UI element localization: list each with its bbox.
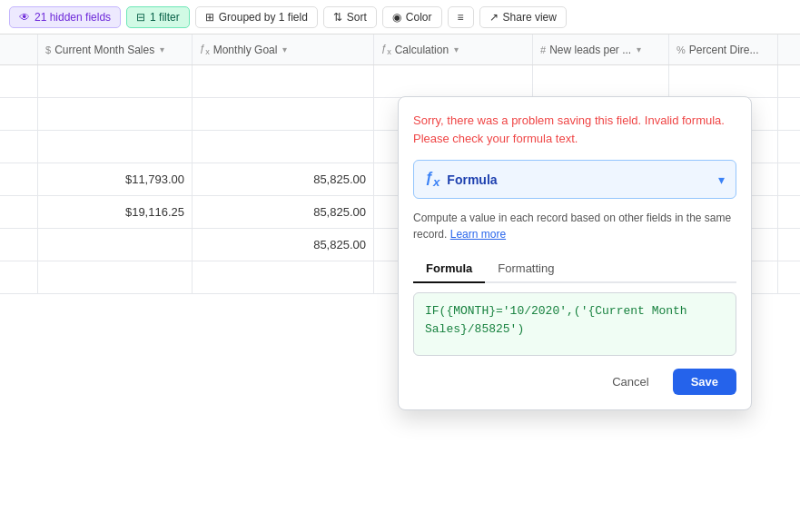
filter-button[interactable]: ⊟ 1 filter (126, 6, 190, 28)
sort-icon: ⇅ (333, 11, 342, 24)
learn-more-link[interactable]: Learn more (450, 228, 506, 241)
hidden-fields-button[interactable]: 👁 21 hidden fields (9, 6, 121, 28)
row-height-button[interactable]: ≡ (448, 6, 474, 28)
dollar-icon: $ (45, 44, 51, 55)
col-header-label: Current Month Sales (54, 44, 154, 56)
sort-button[interactable]: ⇅ Sort (323, 6, 377, 28)
error-message: Sorry, there was a problem saving this f… (413, 112, 736, 147)
share-view-button[interactable]: ↗ Share view (479, 6, 567, 28)
percent-icon: % (677, 44, 686, 55)
formula-icon: ƒx (381, 43, 391, 56)
filter-icon: ⊟ (136, 11, 145, 24)
grouped-button[interactable]: ⊞ Grouped by 1 field (195, 6, 318, 28)
sort-asc-icon: ▾ (454, 44, 459, 54)
formula-code-editor[interactable]: IF({MONTH}='10/2020',('{Current Month Sa… (413, 292, 736, 356)
col-header-current-month-sales[interactable]: $ Current Month Sales ▾ (38, 34, 193, 64)
hidden-fields-label: 21 hidden fields (35, 11, 111, 24)
column-headers: $ Current Month Sales ▾ ƒx Monthly Goal … (0, 34, 800, 65)
error-text: Sorry, there was a problem saving this f… (413, 113, 725, 145)
col-header-label: Percent Dire... (689, 44, 759, 56)
formula-type-selector[interactable]: ƒx Formula ▾ (413, 160, 736, 199)
formula-type-left: ƒx Formula (425, 170, 498, 189)
color-icon: ◉ (392, 11, 401, 24)
share-icon: ↗ (489, 11, 499, 24)
col-header-calculation[interactable]: ƒx Calculation ▾ (374, 34, 533, 64)
popup-actions: Cancel Save (413, 369, 736, 395)
rows-icon: ≡ (458, 11, 464, 24)
popup-overlay: Sorry, there was a problem saving this f… (0, 65, 800, 294)
cancel-button[interactable]: Cancel (598, 369, 663, 395)
number-icon: # (540, 44, 546, 55)
grouped-label: Grouped by 1 field (219, 11, 308, 24)
sort-asc-icon: ▾ (282, 44, 287, 54)
formula-icon: ƒx (200, 43, 210, 56)
filter-label: 1 filter (150, 11, 180, 24)
col-header-new-leads[interactable]: # New leads per ... ▾ (533, 34, 669, 64)
formula-type-label: Formula (447, 172, 497, 187)
col-header-rownum (0, 34, 38, 64)
eye-off-icon: 👁 (19, 11, 30, 24)
col-header-label: Monthly Goal (213, 44, 278, 56)
color-label: Color (406, 11, 432, 24)
formula-editor-popup: Sorry, there was a problem saving this f… (398, 96, 752, 410)
tab-formula[interactable]: Formula (413, 255, 485, 283)
formula-tabs: Formula Formatting (413, 255, 736, 283)
share-label: Share view (503, 11, 557, 24)
chevron-down-icon: ▾ (718, 172, 725, 187)
group-icon: ⊞ (205, 11, 214, 24)
col-header-monthly-goal[interactable]: ƒx Monthly Goal ▾ (193, 34, 374, 64)
save-button[interactable]: Save (673, 369, 736, 395)
col-header-percent[interactable]: % Percent Dire... (669, 34, 778, 64)
col-header-label: Calculation (395, 44, 449, 56)
sort-asc-icon: ▾ (637, 44, 641, 54)
grid-body: #ERROR! 13 $11,793.00 85,825.00 #ERROR! … (0, 65, 800, 294)
formula-description: Compute a value in each record based on … (413, 210, 736, 242)
toolbar: 👁 21 hidden fields ⊟ 1 filter ⊞ Grouped … (0, 0, 800, 34)
color-button[interactable]: ◉ Color (382, 6, 442, 28)
tab-formatting[interactable]: Formatting (485, 255, 567, 283)
sort-label: Sort (347, 11, 367, 24)
col-header-label: New leads per ... (549, 44, 631, 56)
sort-asc-icon: ▾ (160, 44, 164, 54)
formula-type-icon: ƒx (425, 170, 440, 189)
